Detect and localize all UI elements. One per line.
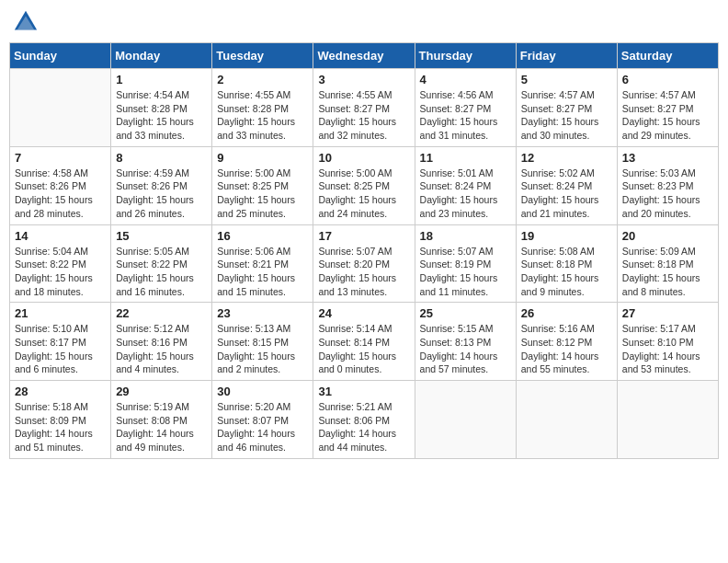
day-cell: 12Sunrise: 5:02 AM Sunset: 8:24 PM Dayli… — [516, 146, 617, 224]
week-row-2: 7Sunrise: 4:58 AM Sunset: 8:26 PM Daylig… — [10, 146, 719, 224]
day-cell — [10, 69, 111, 147]
day-info: Sunrise: 4:54 AM Sunset: 8:28 PM Dayligh… — [116, 88, 207, 143]
day-cell: 22Sunrise: 5:12 AM Sunset: 8:16 PM Dayli… — [111, 303, 212, 381]
day-info: Sunrise: 5:00 AM Sunset: 8:25 PM Dayligh… — [217, 167, 308, 221]
day-number: 23 — [217, 306, 308, 320]
day-number: 11 — [420, 151, 511, 165]
day-number: 9 — [217, 151, 308, 165]
day-number: 1 — [116, 73, 207, 86]
day-cell: 8Sunrise: 4:59 AM Sunset: 8:26 PM Daylig… — [111, 146, 212, 224]
day-cell: 29Sunrise: 5:19 AM Sunset: 8:08 PM Dayli… — [111, 381, 212, 459]
day-number: 29 — [116, 385, 207, 398]
day-number: 13 — [622, 151, 713, 165]
day-info: Sunrise: 5:06 AM Sunset: 8:21 PM Dayligh… — [217, 245, 308, 299]
day-info: Sunrise: 5:07 AM Sunset: 8:19 PM Dayligh… — [420, 245, 511, 299]
day-info: Sunrise: 5:21 AM Sunset: 8:06 PM Dayligh… — [318, 400, 409, 454]
day-number: 28 — [15, 385, 106, 398]
day-number: 18 — [420, 229, 511, 243]
day-cell — [415, 381, 516, 459]
day-info: Sunrise: 5:02 AM Sunset: 8:24 PM Dayligh… — [521, 167, 612, 221]
day-info: Sunrise: 5:00 AM Sunset: 8:25 PM Dayligh… — [318, 167, 409, 221]
day-info: Sunrise: 5:19 AM Sunset: 8:08 PM Dayligh… — [116, 400, 207, 454]
day-info: Sunrise: 5:07 AM Sunset: 8:20 PM Dayligh… — [318, 245, 409, 299]
day-number: 16 — [217, 229, 308, 243]
day-info: Sunrise: 4:57 AM Sunset: 8:27 PM Dayligh… — [521, 88, 612, 143]
day-info: Sunrise: 4:55 AM Sunset: 8:27 PM Dayligh… — [318, 88, 409, 143]
day-cell: 23Sunrise: 5:13 AM Sunset: 8:15 PM Dayli… — [212, 303, 313, 381]
day-number: 20 — [622, 229, 713, 243]
day-info: Sunrise: 4:56 AM Sunset: 8:27 PM Dayligh… — [420, 88, 511, 143]
day-number: 6 — [622, 73, 713, 86]
week-row-4: 21Sunrise: 5:10 AM Sunset: 8:17 PM Dayli… — [10, 303, 719, 381]
day-info: Sunrise: 5:05 AM Sunset: 8:22 PM Dayligh… — [116, 245, 207, 299]
weekday-header-wednesday: Wednesday — [313, 43, 415, 69]
day-cell: 18Sunrise: 5:07 AM Sunset: 8:19 PM Dayli… — [415, 224, 516, 303]
day-info: Sunrise: 5:10 AM Sunset: 8:17 PM Dayligh… — [15, 322, 106, 376]
day-number: 12 — [521, 151, 612, 165]
weekday-header-sunday: Sunday — [10, 43, 111, 69]
weekday-header-saturday: Saturday — [617, 43, 718, 69]
day-number: 14 — [15, 229, 106, 243]
day-number: 15 — [116, 229, 207, 243]
day-number: 21 — [15, 306, 106, 320]
day-cell: 24Sunrise: 5:14 AM Sunset: 8:14 PM Dayli… — [313, 303, 415, 381]
day-number: 8 — [116, 151, 207, 165]
day-cell: 7Sunrise: 4:58 AM Sunset: 8:26 PM Daylig… — [10, 146, 111, 224]
day-info: Sunrise: 5:12 AM Sunset: 8:16 PM Dayligh… — [116, 322, 207, 376]
day-number: 7 — [15, 151, 106, 165]
weekday-header-friday: Friday — [516, 43, 617, 69]
day-cell: 14Sunrise: 5:04 AM Sunset: 8:22 PM Dayli… — [10, 224, 111, 303]
weekday-header-row: SundayMondayTuesdayWednesdayThursdayFrid… — [10, 43, 719, 69]
logo — [13, 9, 42, 35]
day-cell — [617, 381, 718, 459]
day-cell: 6Sunrise: 4:57 AM Sunset: 8:27 PM Daylig… — [617, 69, 718, 147]
day-cell: 2Sunrise: 4:55 AM Sunset: 8:28 PM Daylig… — [212, 69, 313, 147]
day-cell: 25Sunrise: 5:15 AM Sunset: 8:13 PM Dayli… — [415, 303, 516, 381]
day-cell: 5Sunrise: 4:57 AM Sunset: 8:27 PM Daylig… — [516, 69, 617, 147]
day-info: Sunrise: 4:59 AM Sunset: 8:26 PM Dayligh… — [116, 167, 207, 221]
week-row-3: 14Sunrise: 5:04 AM Sunset: 8:22 PM Dayli… — [10, 224, 719, 303]
day-info: Sunrise: 5:01 AM Sunset: 8:24 PM Dayligh… — [420, 167, 511, 221]
day-cell: 4Sunrise: 4:56 AM Sunset: 8:27 PM Daylig… — [415, 69, 516, 147]
week-row-5: 28Sunrise: 5:18 AM Sunset: 8:09 PM Dayli… — [10, 381, 719, 459]
weekday-header-monday: Monday — [111, 43, 212, 69]
day-cell: 13Sunrise: 5:03 AM Sunset: 8:23 PM Dayli… — [617, 146, 718, 224]
day-number: 4 — [420, 73, 511, 86]
day-info: Sunrise: 5:09 AM Sunset: 8:18 PM Dayligh… — [622, 245, 713, 299]
day-info: Sunrise: 5:15 AM Sunset: 8:13 PM Dayligh… — [420, 322, 511, 376]
day-cell: 9Sunrise: 5:00 AM Sunset: 8:25 PM Daylig… — [212, 146, 313, 224]
day-info: Sunrise: 5:16 AM Sunset: 8:12 PM Dayligh… — [521, 322, 612, 376]
page-header — [9, 9, 719, 35]
day-cell: 27Sunrise: 5:17 AM Sunset: 8:10 PM Dayli… — [617, 303, 718, 381]
day-number: 2 — [217, 73, 308, 86]
day-cell: 31Sunrise: 5:21 AM Sunset: 8:06 PM Dayli… — [313, 381, 415, 459]
day-info: Sunrise: 4:58 AM Sunset: 8:26 PM Dayligh… — [15, 167, 106, 221]
day-info: Sunrise: 5:03 AM Sunset: 8:23 PM Dayligh… — [622, 167, 713, 221]
weekday-header-tuesday: Tuesday — [212, 43, 313, 69]
day-info: Sunrise: 5:20 AM Sunset: 8:07 PM Dayligh… — [217, 400, 308, 454]
day-cell: 17Sunrise: 5:07 AM Sunset: 8:20 PM Dayli… — [313, 224, 415, 303]
day-number: 25 — [420, 306, 511, 320]
day-number: 5 — [521, 73, 612, 86]
day-number: 19 — [521, 229, 612, 243]
day-number: 30 — [217, 385, 308, 398]
day-cell: 28Sunrise: 5:18 AM Sunset: 8:09 PM Dayli… — [10, 381, 111, 459]
day-cell: 21Sunrise: 5:10 AM Sunset: 8:17 PM Dayli… — [10, 303, 111, 381]
day-number: 26 — [521, 306, 612, 320]
day-cell: 26Sunrise: 5:16 AM Sunset: 8:12 PM Dayli… — [516, 303, 617, 381]
day-cell: 19Sunrise: 5:08 AM Sunset: 8:18 PM Dayli… — [516, 224, 617, 303]
day-cell — [516, 381, 617, 459]
day-number: 22 — [116, 306, 207, 320]
week-row-1: 1Sunrise: 4:54 AM Sunset: 8:28 PM Daylig… — [10, 69, 719, 147]
day-info: Sunrise: 4:57 AM Sunset: 8:27 PM Dayligh… — [622, 88, 713, 143]
day-number: 27 — [622, 306, 713, 320]
day-info: Sunrise: 5:04 AM Sunset: 8:22 PM Dayligh… — [15, 245, 106, 299]
day-cell: 11Sunrise: 5:01 AM Sunset: 8:24 PM Dayli… — [415, 146, 516, 224]
day-cell: 1Sunrise: 4:54 AM Sunset: 8:28 PM Daylig… — [111, 69, 212, 147]
weekday-header-thursday: Thursday — [415, 43, 516, 69]
day-number: 10 — [318, 151, 409, 165]
day-info: Sunrise: 5:17 AM Sunset: 8:10 PM Dayligh… — [622, 322, 713, 376]
logo-icon — [13, 9, 39, 35]
day-cell: 20Sunrise: 5:09 AM Sunset: 8:18 PM Dayli… — [617, 224, 718, 303]
day-info: Sunrise: 5:18 AM Sunset: 8:09 PM Dayligh… — [15, 400, 106, 454]
